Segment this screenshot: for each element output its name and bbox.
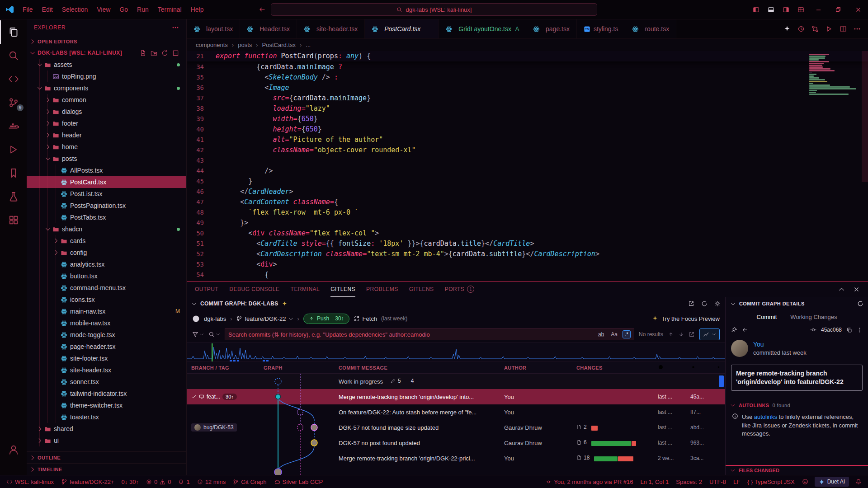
refresh-graph-icon[interactable] [701, 300, 708, 307]
activity-explorer[interactable] [0, 20, 27, 44]
activity-source-control[interactable]: 9 [0, 91, 27, 114]
gcp-indicator[interactable]: Silver Lab GCP [270, 475, 327, 488]
menu-run[interactable]: Run [132, 4, 153, 15]
compare-changes-icon[interactable] [811, 25, 819, 33]
toggle-primary-sidebar-button[interactable] [749, 0, 764, 19]
menu-go[interactable]: Go [115, 4, 132, 15]
previous-match-icon[interactable] [668, 331, 674, 338]
tree-item-ui[interactable]: ui [27, 435, 186, 446]
run-file-icon[interactable] [826, 25, 833, 33]
tree-item-button.tsx[interactable]: button.tsx [27, 270, 186, 282]
menu-view[interactable]: View [92, 4, 115, 15]
back-icon[interactable] [259, 6, 266, 13]
graph-display-options[interactable] [699, 328, 720, 340]
match-whole-word-toggle[interactable]: ab [596, 331, 606, 338]
column-commit-message[interactable]: COMMIT MESSAGE [334, 365, 500, 371]
remote-indicator[interactable]: WSL: kali-linux [3, 475, 57, 488]
copilot-sparkle-icon[interactable] [783, 25, 791, 33]
activity-run-debug[interactable] [0, 138, 27, 161]
activity-search[interactable] [0, 44, 27, 67]
tab-working-changes[interactable]: Working Changes [790, 314, 837, 320]
branch-selector[interactable]: feature/DGK-22 [236, 315, 293, 322]
problems-indicator[interactable]: 00 [142, 475, 175, 488]
menu-edit[interactable]: Edit [38, 4, 57, 15]
feedback-smiley[interactable] [798, 475, 812, 488]
commit-row[interactable]: On feature/DGK-22: Auto stash before mer… [187, 404, 725, 420]
views-more-actions-icon[interactable] [172, 24, 179, 31]
chevron-down-icon[interactable] [191, 301, 197, 307]
collapse-folders-icon[interactable] [172, 50, 179, 56]
restore-button[interactable] [828, 0, 848, 19]
tree-item-PostsPagination.tsx[interactable]: PostsPagination.tsx [27, 200, 186, 211]
filter-dropdown[interactable] [192, 331, 204, 338]
code-editor[interactable]: 21export function PostCard(props: any) {… [187, 51, 868, 281]
next-match-icon[interactable] [678, 331, 684, 338]
regex-toggle[interactable]: .* [623, 330, 631, 338]
graph-columns-settings[interactable] [711, 364, 725, 371]
tree-item-posts[interactable]: posts [27, 153, 186, 164]
customize-layout-button[interactable] [793, 0, 808, 19]
split-editor-icon[interactable] [840, 25, 847, 33]
back-icon[interactable] [742, 327, 748, 333]
toggle-secondary-sidebar-button[interactable] [778, 0, 793, 19]
tab-PostCard.tsx[interactable]: PostCard.tsx [365, 19, 439, 38]
tree-item-icons.tsx[interactable]: icons.tsx [27, 294, 186, 305]
panel-tab-debug-console[interactable]: DEBUG CONSOLE [229, 282, 279, 297]
branch-label[interactable]: bug/DGK-53 [191, 423, 237, 432]
autolinks-section[interactable]: AUTOLINKS 0 found [726, 400, 868, 411]
author-name[interactable]: You [753, 341, 807, 348]
tree-item-toaster.tsx[interactable]: toaster.tsx [27, 411, 186, 423]
tree-item-footer[interactable]: footer [27, 117, 186, 129]
eol-indicator[interactable]: LF [730, 475, 744, 488]
branch-indicator[interactable]: feature/DGK-22+ [57, 475, 118, 488]
menu-file[interactable]: File [18, 4, 38, 15]
tab-site-header.tsx[interactable]: site-header.tsx [297, 19, 365, 38]
cursor-position[interactable]: Ln 1, Col 1 [637, 475, 672, 488]
tree-item-site-header.tsx[interactable]: site-header.tsx [27, 364, 186, 376]
encoding-indicator[interactable]: UTF-8 [706, 475, 730, 488]
blame-indicator[interactable]: You, 2 months ago via PR #16 [542, 475, 637, 488]
maximize-panel-icon[interactable] [838, 286, 845, 293]
tree-item-site-footer.tsx[interactable]: site-footer.tsx [27, 352, 186, 364]
tree-item-PostCard.tsx[interactable]: PostCard.tsx [27, 176, 186, 188]
menu-help[interactable]: Help [186, 4, 208, 15]
workspace-root[interactable]: DGK-LABS [WSL: KALI-LINUX] [27, 47, 186, 59]
open-in-search-icon[interactable] [689, 331, 695, 338]
panel-tab-terminal[interactable]: TERMINAL [291, 282, 320, 297]
tab-route.tsx[interactable]: route.tsx [625, 19, 676, 38]
tree-item-sonner.tsx[interactable]: sonner.tsx [27, 376, 186, 388]
breadcrumb-item[interactable]: PostCard.tsx [262, 42, 296, 48]
language-mode[interactable]: { } TypeScript JSX [744, 475, 798, 488]
column-branch-tag[interactable]: BRANCH / TAG [187, 365, 259, 371]
fetch-button[interactable]: Fetch [354, 315, 377, 322]
graph-settings-icon[interactable] [714, 300, 721, 307]
panel-tab-ports[interactable]: PORTS1 [445, 282, 475, 297]
panel-tab-gitlens[interactable]: GITLENS [409, 282, 434, 297]
refresh-details-icon[interactable] [857, 300, 863, 307]
breadcrumb-item[interactable]: ... [306, 42, 311, 48]
tree-item-common[interactable]: common [27, 94, 186, 106]
search-type-dropdown[interactable] [208, 331, 220, 338]
indentation-indicator[interactable]: Spaces: 2 [672, 475, 706, 488]
panel-tab-problems[interactable]: PROBLEMS [366, 282, 398, 297]
match-case-toggle[interactable]: Aa [609, 331, 619, 338]
tree-item-page-header.tsx[interactable]: page-header.tsx [27, 341, 186, 352]
tree-item-mobile-nav.tsx[interactable]: mobile-nav.tsx [27, 317, 186, 329]
open-editors-section[interactable]: OPEN EDITORS [27, 36, 186, 47]
notifications-indicator[interactable]: 1 [175, 475, 193, 488]
more-actions-icon[interactable] [857, 327, 863, 333]
refresh-explorer-icon[interactable] [161, 50, 168, 56]
tab-Header.tsx[interactable]: Header.tsx [240, 19, 297, 38]
graph-scroll-thumb[interactable] [719, 375, 724, 387]
tree-item-shared[interactable]: shared [27, 423, 186, 435]
column-date[interactable] [653, 364, 686, 371]
chevron-down-icon[interactable] [730, 301, 736, 307]
focus-preview-button[interactable]: Try the Focus Preview [652, 315, 720, 322]
tree-item-dialogs[interactable]: dialogs [27, 106, 186, 117]
column-author[interactable]: AUTHOR [500, 365, 572, 371]
minimap[interactable] [809, 54, 860, 95]
tree-item-cards[interactable]: cards [27, 235, 186, 247]
commit-row[interactable]: feat...30↑Merge remote-tracking branch '… [187, 389, 725, 404]
tree-item-command-menu.tsx[interactable]: command-menu.tsx [27, 282, 186, 294]
tree-item-topRing.png[interactable]: topRing.png [27, 70, 186, 82]
